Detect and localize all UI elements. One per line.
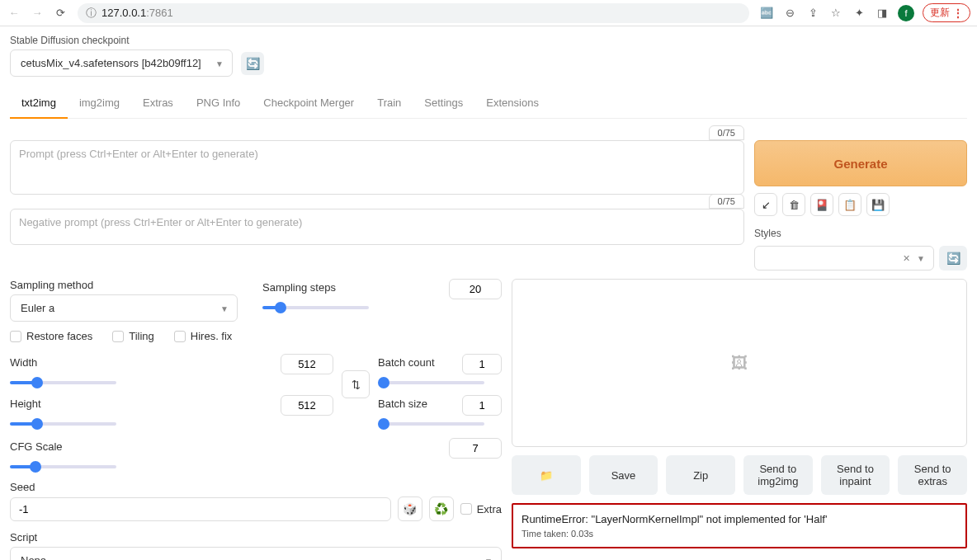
restore-faces-checkbox[interactable]: Restore faces (10, 330, 92, 342)
profile-avatar[interactable]: f (898, 5, 914, 21)
extra-seed-label: Extra (477, 503, 502, 515)
prompt-token-counter: 0/75 (709, 125, 744, 140)
tab-extras[interactable]: Extras (131, 88, 185, 118)
chevron-down-icon: ▼ (917, 254, 925, 263)
tab-checkpoint-merger[interactable]: Checkpoint Merger (252, 88, 366, 118)
reload-icon[interactable]: ⟳ (53, 6, 68, 21)
checkpoint-label: Stable Diffusion checkpoint (10, 35, 967, 46)
prompt-input[interactable] (10, 140, 744, 195)
checkpoint-value: cetusMix_v4.safetensors [b42b09ff12] (21, 57, 201, 69)
error-time: Time taken: 0.03s (522, 529, 957, 539)
refresh-styles-button[interactable]: 🔄 (939, 246, 967, 271)
back-icon[interactable]: ← (7, 6, 21, 21)
zoom-icon[interactable]: ⊖ (782, 6, 797, 21)
url-port: :7861 (146, 7, 173, 19)
styles-select[interactable]: ✕ ▼ (754, 246, 934, 271)
url-bar[interactable]: ⓘ 127.0.0.1:7861 (78, 3, 749, 23)
batch-count-label: Batch count (378, 356, 435, 369)
save-icon[interactable]: 💾 (866, 193, 890, 216)
sidepanel-icon[interactable]: ◨ (875, 6, 890, 21)
update-button[interactable]: 更新 ⋮ (923, 3, 970, 22)
url-host: 127.0.0.1 (101, 7, 146, 19)
sampling-steps-slider[interactable] (262, 306, 369, 309)
script-value: None (21, 554, 46, 560)
share-icon[interactable]: ⇪ (805, 6, 820, 21)
tab-img2img[interactable]: img2img (68, 88, 131, 118)
sampling-steps-label: Sampling steps (262, 281, 336, 294)
batch-size-slider[interactable] (378, 422, 484, 426)
tiling-checkbox[interactable]: Tiling (112, 330, 154, 342)
width-label: Width (10, 356, 37, 369)
batch-count-slider[interactable] (378, 381, 484, 384)
random-seed-button[interactable]: 🎲 (398, 496, 422, 521)
batch-size-label: Batch size (378, 398, 427, 410)
image-preview: 🖼 (512, 279, 967, 447)
clipboard-icon[interactable]: 📋 (838, 193, 861, 216)
clear-styles-icon[interactable]: ✕ (903, 253, 910, 264)
cfg-scale-slider[interactable] (10, 465, 116, 468)
tab-txt2img[interactable]: txt2img (10, 88, 68, 119)
chevron-down-icon: ▼ (215, 59, 224, 68)
seed-label: Seed (10, 481, 502, 493)
error-box: RuntimeError: "LayerNormKernelImpl" not … (512, 503, 967, 548)
neg-prompt-token-counter: 0/75 (709, 194, 744, 209)
translate-icon[interactable]: 🔤 (759, 6, 774, 21)
tab-settings[interactable]: Settings (413, 88, 474, 118)
browser-toolbar: ← → ⟳ ⓘ 127.0.0.1:7861 🔤 ⊖ ⇪ ☆ ✦ ◨ f 更新 … (0, 0, 977, 26)
height-label: Height (10, 398, 41, 410)
refresh-checkpoint-button[interactable]: 🔄 (241, 52, 264, 75)
generate-button[interactable]: Generate (754, 140, 967, 186)
menu-dots-icon: ⋮ (953, 7, 963, 19)
send-to-inpaint-button[interactable]: Send to inpaint (821, 455, 890, 495)
send-to-extras-button[interactable]: Send to extras (898, 455, 967, 495)
width-input[interactable] (281, 354, 333, 374)
tiling-label: Tiling (129, 330, 154, 342)
width-slider[interactable] (10, 381, 116, 384)
send-to-img2img-button[interactable]: Send to img2img (743, 455, 813, 495)
tab-pnginfo[interactable]: PNG Info (185, 88, 252, 118)
star-icon[interactable]: ☆ (828, 6, 843, 21)
palette-icon[interactable]: 🎴 (810, 193, 833, 216)
tab-bar: txt2img img2img Extras PNG Info Checkpoi… (10, 88, 967, 119)
script-select[interactable]: None ▼ (10, 547, 502, 560)
sampling-method-select[interactable]: Euler a ▼ (10, 294, 238, 322)
restore-faces-label: Restore faces (26, 330, 92, 342)
sampling-method-label: Sampling method (10, 279, 238, 291)
batch-count-input[interactable] (462, 354, 502, 374)
height-input[interactable] (281, 395, 333, 416)
swap-dimensions-button[interactable]: ⇅ (342, 370, 370, 398)
tab-train[interactable]: Train (366, 88, 413, 118)
tab-extensions[interactable]: Extensions (474, 88, 550, 118)
batch-size-input[interactable] (462, 395, 502, 416)
site-info-icon[interactable]: ⓘ (86, 6, 97, 21)
forward-icon[interactable]: → (30, 6, 45, 21)
arrow-bottomleft-icon[interactable]: ↙ (754, 193, 777, 216)
extensions-icon[interactable]: ✦ (852, 6, 866, 21)
checkpoint-select[interactable]: cetusMix_v4.safetensors [b42b09ff12] ▼ (10, 49, 233, 77)
negative-prompt-input[interactable] (10, 209, 744, 245)
seed-input[interactable] (10, 497, 391, 521)
height-slider[interactable] (10, 422, 116, 426)
save-button[interactable]: Save (589, 455, 658, 495)
update-label: 更新 (930, 6, 950, 20)
styles-label: Styles (754, 228, 967, 239)
extra-seed-checkbox[interactable]: Extra (460, 503, 502, 515)
open-folder-button[interactable]: 📁 (512, 455, 581, 495)
sampling-method-value: Euler a (21, 302, 54, 314)
sampling-steps-input[interactable] (449, 279, 502, 299)
hires-fix-label: Hires. fix (191, 330, 233, 342)
error-message: RuntimeError: "LayerNormKernelImpl" not … (522, 513, 957, 525)
script-label: Script (10, 531, 502, 544)
trash-icon[interactable]: 🗑 (782, 193, 805, 216)
reuse-seed-button[interactable]: ♻️ (429, 496, 454, 521)
cfg-scale-label: CFG Scale (10, 440, 63, 453)
hires-fix-checkbox[interactable]: Hires. fix (174, 330, 233, 342)
chevron-down-icon: ▼ (220, 304, 229, 313)
cfg-scale-input[interactable] (449, 438, 502, 459)
chevron-down-icon: ▼ (484, 556, 493, 560)
zip-button[interactable]: Zip (666, 455, 735, 495)
image-placeholder-icon: 🖼 (731, 354, 748, 373)
